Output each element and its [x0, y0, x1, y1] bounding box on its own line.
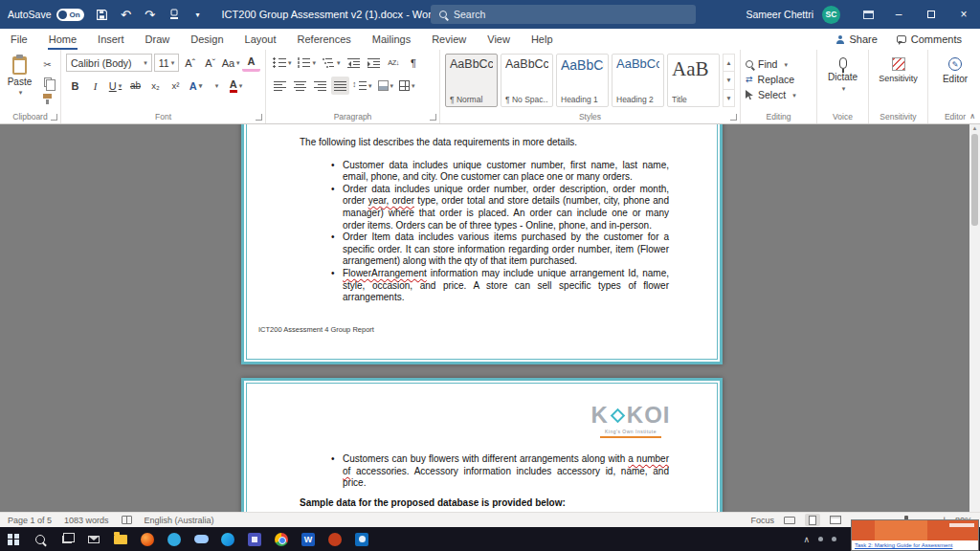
task-view-button[interactable] — [54, 527, 80, 551]
tab-help[interactable]: Help — [521, 29, 564, 50]
align-center-button[interactable] — [291, 77, 309, 95]
tab-file[interactable]: File — [0, 29, 38, 50]
mail-app-button[interactable] — [80, 527, 107, 551]
proofing-icon[interactable] — [122, 516, 132, 524]
borders-button[interactable]: ▾ — [397, 77, 417, 95]
sensitivity-button[interactable]: Sensitivity — [874, 54, 923, 83]
focus-button[interactable]: Focus — [751, 516, 775, 525]
copy-button[interactable] — [39, 75, 56, 89]
tab-view[interactable]: View — [477, 29, 521, 50]
print-layout-button[interactable] — [805, 514, 820, 526]
change-case-button[interactable]: Aa▾ — [221, 54, 240, 72]
teams-button[interactable] — [241, 527, 268, 551]
user-name[interactable]: Sameer Chettri — [746, 9, 813, 20]
web-layout-button[interactable] — [828, 514, 843, 526]
outlook-button[interactable] — [348, 527, 375, 551]
collapse-ribbon-icon[interactable]: ∧ — [969, 112, 975, 121]
bold-button[interactable]: B — [66, 77, 84, 95]
font-dialog-launcher[interactable] — [256, 114, 262, 121]
increase-indent-button[interactable] — [365, 54, 383, 72]
font-size-select[interactable]: 11▾ — [154, 54, 180, 72]
format-painter-button[interactable] — [39, 92, 56, 106]
paste-button[interactable]: Paste ▾ — [5, 54, 34, 106]
editor-button[interactable]: ✎ Editor — [933, 54, 977, 84]
preview-thumbnail[interactable] — [852, 520, 978, 540]
highlight-button[interactable]: ▾ — [207, 77, 225, 95]
tab-insert[interactable]: Insert — [87, 29, 135, 50]
styles-scroll-up-icon[interactable]: ▲ — [724, 55, 734, 71]
multilevel-list-button[interactable]: ▾ — [320, 54, 343, 72]
vertical-scrollbar[interactable]: ▲ — [969, 124, 980, 512]
decrease-indent-button[interactable] — [345, 54, 363, 72]
tab-references[interactable]: References — [287, 29, 362, 50]
shading-button[interactable]: ▾ — [376, 77, 396, 95]
tray-app-icon[interactable] — [818, 537, 823, 541]
close-button[interactable]: × — [947, 0, 980, 29]
line-spacing-button[interactable]: ▾ — [351, 77, 374, 95]
document-canvas[interactable]: The following list describes the data re… — [0, 124, 980, 512]
strikethrough-button[interactable]: ab — [126, 77, 145, 95]
onedrive-button[interactable] — [188, 527, 214, 551]
tab-review[interactable]: Review — [421, 29, 477, 50]
save-icon[interactable] — [92, 4, 113, 25]
style-no-spacing[interactable]: AaBbCcDc ¶ No Spac... — [501, 54, 553, 107]
file-explorer-button[interactable] — [107, 527, 134, 551]
read-mode-button[interactable] — [782, 514, 797, 526]
numbering-button[interactable]: ▾ — [296, 54, 319, 72]
chrome-button[interactable] — [268, 527, 295, 551]
avatar[interactable]: SC — [822, 6, 840, 24]
style-title[interactable]: AaB Title — [667, 54, 720, 107]
cut-button[interactable]: ✂ — [39, 57, 56, 72]
page-1[interactable]: The following list describes the data re… — [241, 124, 723, 364]
style-heading-1[interactable]: AaBbC( Heading 1 — [556, 54, 609, 107]
qat-customize-chevron-icon[interactable]: ▾ — [188, 4, 209, 25]
page-indicator[interactable]: Page 1 of 5 — [8, 516, 52, 525]
sort-button[interactable]: AZ↓ — [385, 54, 403, 72]
taskbar-search-button[interactable] — [27, 527, 54, 551]
clear-formatting-button[interactable]: A — [242, 54, 260, 72]
tab-draw[interactable]: Draw — [135, 29, 181, 50]
maximize-button[interactable] — [915, 0, 947, 29]
undo-icon[interactable]: ↶ — [116, 4, 137, 25]
text-effects-button[interactable]: A▾ — [187, 77, 205, 95]
redo-icon[interactable]: ↷ — [140, 4, 161, 25]
scroll-up-icon[interactable]: ▲ — [972, 124, 978, 132]
touch-mode-icon[interactable] — [164, 4, 185, 25]
store-app-button[interactable] — [161, 527, 188, 551]
word-count[interactable]: 1083 words — [64, 516, 109, 525]
tray-chevron-icon[interactable]: ∧ — [803, 535, 810, 544]
select-button[interactable]: Select▾ — [746, 89, 812, 100]
bullets-button[interactable]: ▾ — [271, 54, 294, 72]
language-indicator[interactable]: English (Australia) — [145, 516, 214, 525]
page-2[interactable]: K KOI King's Own Institute Customers can… — [241, 378, 723, 512]
subscript-button[interactable]: x₂ — [146, 77, 165, 95]
justify-button[interactable] — [331, 77, 349, 95]
preview-caption-link[interactable]: Task 2: Marking Guide for Assessment — [852, 540, 978, 550]
edge-button[interactable] — [214, 527, 241, 551]
tab-mailings[interactable]: Mailings — [362, 29, 421, 50]
find-button[interactable]: Find▾ — [746, 58, 812, 70]
font-color-button[interactable]: A▾ — [227, 77, 245, 95]
dictate-button[interactable]: Dictate ▾ — [822, 54, 863, 92]
style-heading-2[interactable]: AaBbCcD Heading 2 — [612, 54, 664, 107]
italic-button[interactable]: I — [86, 77, 104, 95]
shrink-font-button[interactable]: Aˇ — [201, 54, 219, 72]
align-right-button[interactable] — [311, 77, 329, 95]
tab-home[interactable]: Home — [38, 29, 87, 50]
comments-button[interactable]: Comments — [888, 32, 970, 47]
tray-app-icon[interactable] — [832, 537, 836, 541]
search-box[interactable]: Search — [431, 5, 696, 24]
styles-dialog-launcher[interactable] — [730, 114, 737, 121]
superscript-button[interactable]: x² — [167, 77, 185, 95]
show-marks-button[interactable]: ¶ — [405, 54, 423, 72]
autosave-toggle[interactable]: AutoSave On — [8, 9, 84, 21]
styles-scroll-down-icon[interactable]: ▼ — [724, 71, 734, 88]
style-normal[interactable]: AaBbCcDc ¶ Normal — [445, 54, 498, 107]
tab-design[interactable]: Design — [180, 29, 234, 50]
browser-preview-popup[interactable]: Task 2: Marking Guide for Assessment — [851, 519, 979, 551]
align-left-button[interactable] — [271, 77, 289, 95]
start-button[interactable] — [0, 527, 27, 551]
share-button[interactable]: Share — [828, 32, 885, 47]
font-family-select[interactable]: Calibri (Body)▾ — [66, 54, 152, 72]
word-button[interactable]: W — [295, 527, 322, 551]
